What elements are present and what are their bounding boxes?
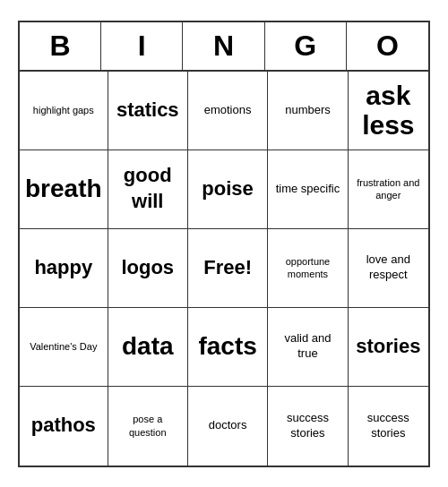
header-letter: N: [183, 22, 264, 70]
cell-4-1: pose a question: [108, 387, 188, 466]
cell-0-1: statics: [108, 72, 188, 150]
cell-1-2: poise: [188, 150, 268, 229]
cell-4-4: success stories: [349, 387, 428, 466]
bingo-card: BINGO highlight gapsstaticsemotionsnumbe…: [18, 21, 430, 467]
header-letter: I: [101, 22, 183, 70]
cell-2-1: logos: [108, 229, 188, 308]
cell-2-2: Free!: [188, 229, 268, 308]
cell-0-2: emotions: [188, 72, 268, 150]
cell-1-3: time specific: [268, 150, 348, 229]
cell-4-2: doctors: [188, 387, 268, 466]
cell-0-3: numbers: [268, 72, 348, 150]
bingo-header: BINGO: [20, 22, 428, 72]
header-letter: O: [347, 22, 428, 70]
cell-4-0: pathos: [20, 387, 108, 466]
cell-4-3: success stories: [268, 387, 348, 466]
cell-3-2: facts: [188, 308, 268, 387]
cell-1-0: breath: [20, 150, 108, 229]
cell-1-1: good will: [108, 150, 188, 229]
cell-3-4: stories: [349, 308, 428, 387]
cell-0-4: ask less: [349, 72, 428, 150]
cell-3-1: data: [108, 308, 188, 387]
header-letter: G: [265, 22, 347, 70]
cell-2-4: love and respect: [349, 229, 428, 308]
cell-2-0: happy: [20, 229, 108, 308]
header-letter: B: [20, 22, 101, 70]
cell-1-4: frustration and anger: [349, 150, 428, 229]
bingo-grid: highlight gapsstaticsemotionsnumbersask …: [20, 72, 428, 466]
cell-3-0: Valentine's Day: [20, 308, 108, 387]
cell-0-0: highlight gaps: [20, 72, 108, 150]
cell-3-3: valid and true: [268, 308, 348, 387]
cell-2-3: opportune moments: [268, 229, 348, 308]
